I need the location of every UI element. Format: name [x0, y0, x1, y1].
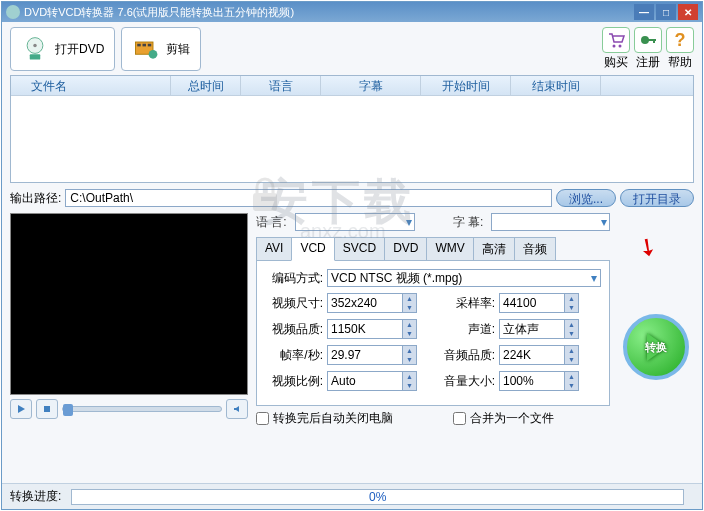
fps-label: 帧率/秒:: [265, 347, 323, 364]
fps-spinner[interactable]: 29.97▲▼: [327, 345, 417, 365]
svg-point-1: [33, 44, 37, 48]
player-controls: [10, 399, 248, 419]
progress-label: 转换进度:: [10, 488, 61, 505]
language-select[interactable]: ▾: [295, 213, 415, 231]
tab-audio[interactable]: 音频: [514, 237, 556, 261]
arrow-hint-icon: ➘: [632, 230, 664, 264]
language-row: 语 言: ▾ 字 幕: ▾: [256, 213, 610, 231]
output-path-row: 输出路径: 浏览... 打开目录: [10, 189, 694, 207]
svg-rect-6: [148, 44, 152, 47]
vol-spinner[interactable]: 100%▲▼: [499, 371, 579, 391]
col-end[interactable]: 结束时间: [511, 76, 601, 95]
vq-spinner[interactable]: 1150K▲▼: [327, 319, 417, 339]
help-button[interactable]: ? 帮助: [666, 27, 694, 71]
open-dvd-button[interactable]: 打开DVD: [10, 27, 115, 71]
svg-point-9: [619, 45, 622, 48]
format-tabs: AVI VCD SVCD DVD WMV 高清 音频: [256, 237, 610, 261]
buy-label: 购买: [604, 54, 628, 71]
sample-spinner[interactable]: 44100▲▼: [499, 293, 579, 313]
progress-bar: 0%: [71, 489, 684, 505]
volume-button[interactable]: [226, 399, 248, 419]
progress-value: 0%: [369, 490, 386, 504]
options-row: 转换完后自动关闭电脑 合并为一个文件: [256, 406, 610, 431]
tab-avi[interactable]: AVI: [256, 237, 292, 261]
size-spinner[interactable]: 352x240▲▼: [327, 293, 417, 313]
edit-label: 剪辑: [166, 41, 190, 58]
film-icon: [132, 35, 160, 63]
preview-panel: [10, 213, 248, 395]
vol-label: 音量大小:: [439, 373, 495, 390]
ratio-label: 视频比例:: [265, 373, 323, 390]
close-button[interactable]: ✕: [678, 4, 698, 20]
subtitle-select[interactable]: ▾: [491, 213, 610, 231]
key-icon: [634, 27, 662, 53]
open-dir-button[interactable]: 打开目录: [620, 189, 694, 207]
encode-select[interactable]: VCD NTSC 视频 (*.mpg)▾: [327, 269, 601, 287]
progress-row: 转换进度: 0%: [2, 483, 702, 509]
shutdown-checkbox[interactable]: 转换完后自动关闭电脑: [256, 410, 393, 427]
help-label: 帮助: [668, 54, 692, 71]
file-list-header: 文件名 总时间 语言 字幕 开始时间 结束时间: [11, 76, 693, 96]
cart-icon: [602, 27, 630, 53]
convert-label: 转换: [645, 340, 667, 355]
content-area: 打开DVD 剪辑 购买 注册 ? 帮助: [2, 22, 702, 483]
tab-vcd[interactable]: VCD: [291, 237, 334, 261]
size-label: 视频尺寸:: [265, 295, 323, 312]
output-path-input[interactable]: [65, 189, 552, 207]
svg-point-7: [149, 50, 158, 59]
svg-rect-5: [143, 44, 147, 47]
subtitle-label: 字 幕:: [453, 214, 484, 231]
titlebar[interactable]: DVD转VCD转换器 7.6(试用版只能转换出五分钟的视频) — □ ✕: [2, 2, 702, 22]
stop-button[interactable]: [36, 399, 58, 419]
output-path-label: 输出路径:: [10, 190, 61, 207]
col-subtitle[interactable]: 字幕: [321, 76, 421, 95]
window-title: DVD转VCD转换器 7.6(试用版只能转换出五分钟的视频): [24, 5, 634, 20]
aq-spinner[interactable]: 224K▲▼: [499, 345, 579, 365]
vq-label: 视频品质:: [265, 321, 323, 338]
svg-rect-2: [30, 54, 41, 59]
channel-spinner[interactable]: 立体声▲▼: [499, 319, 579, 339]
col-lang[interactable]: 语言: [241, 76, 321, 95]
seek-slider[interactable]: [62, 406, 222, 412]
buy-button[interactable]: 购买: [602, 27, 630, 71]
convert-button[interactable]: 转换: [623, 314, 689, 380]
browse-button[interactable]: 浏览...: [556, 189, 616, 207]
toolbar: 打开DVD 剪辑 购买 注册 ? 帮助: [10, 27, 694, 71]
maximize-button[interactable]: □: [656, 4, 676, 20]
tab-svcd[interactable]: SVCD: [334, 237, 385, 261]
slider-thumb[interactable]: [63, 404, 73, 416]
svg-point-10: [641, 36, 649, 44]
aq-label: 音频品质:: [439, 347, 495, 364]
tab-wmv[interactable]: WMV: [426, 237, 473, 261]
play-button[interactable]: [10, 399, 32, 419]
tab-dvd[interactable]: DVD: [384, 237, 427, 261]
disc-icon: [21, 35, 49, 63]
svg-point-8: [613, 45, 616, 48]
open-dvd-label: 打开DVD: [55, 41, 104, 58]
app-window: DVD转VCD转换器 7.6(试用版只能转换出五分钟的视频) — □ ✕ 打开D…: [1, 1, 703, 510]
tab-hd[interactable]: 高清: [473, 237, 515, 261]
encode-label: 编码方式:: [265, 270, 323, 287]
col-total[interactable]: 总时间: [171, 76, 241, 95]
register-label: 注册: [636, 54, 660, 71]
ratio-spinner[interactable]: Auto▲▼: [327, 371, 417, 391]
col-filename[interactable]: 文件名: [11, 76, 171, 95]
svg-rect-12: [653, 39, 655, 43]
edit-button[interactable]: 剪辑: [121, 27, 201, 71]
app-icon: [6, 5, 20, 19]
language-label: 语 言:: [256, 214, 287, 231]
merge-checkbox[interactable]: 合并为一个文件: [453, 410, 554, 427]
col-start[interactable]: 开始时间: [421, 76, 511, 95]
file-list[interactable]: 文件名 总时间 语言 字幕 开始时间 结束时间: [10, 75, 694, 183]
sample-label: 采样率:: [439, 295, 495, 312]
svg-rect-13: [44, 406, 50, 412]
svg-rect-4: [138, 44, 142, 47]
register-button[interactable]: 注册: [634, 27, 662, 71]
tab-panel: 编码方式: VCD NTSC 视频 (*.mpg)▾ 视频尺寸: 352x240…: [256, 260, 610, 406]
help-icon: ?: [666, 27, 694, 53]
minimize-button[interactable]: —: [634, 4, 654, 20]
channel-label: 声道:: [439, 321, 495, 338]
